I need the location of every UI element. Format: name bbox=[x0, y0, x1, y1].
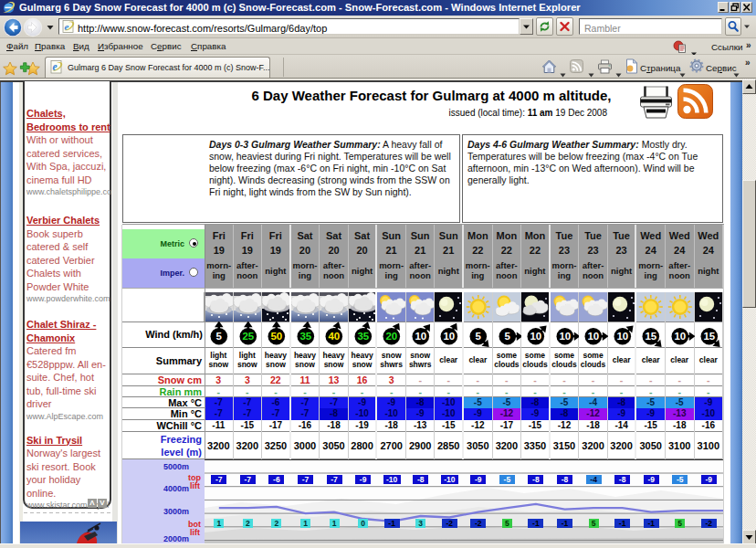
svg-text:5: 5 bbox=[216, 331, 223, 342]
svg-text:10: 10 bbox=[588, 331, 600, 342]
svg-text:40: 40 bbox=[329, 331, 341, 342]
svg-text:5: 5 bbox=[504, 331, 510, 342]
svg-text:10: 10 bbox=[530, 331, 542, 342]
svg-text:35: 35 bbox=[357, 331, 369, 342]
svg-text:10: 10 bbox=[415, 331, 426, 342]
svg-text:5: 5 bbox=[476, 331, 482, 342]
svg-text:10: 10 bbox=[559, 331, 571, 342]
svg-text:15: 15 bbox=[646, 331, 657, 342]
svg-text:10: 10 bbox=[444, 331, 456, 342]
svg-text:50: 50 bbox=[271, 331, 283, 342]
svg-text:25: 25 bbox=[242, 331, 254, 342]
svg-text:10: 10 bbox=[674, 331, 686, 342]
svg-text:10: 10 bbox=[616, 331, 628, 342]
svg-text:15: 15 bbox=[703, 331, 715, 342]
svg-text:20: 20 bbox=[386, 331, 398, 342]
svg-text:35: 35 bbox=[299, 331, 311, 342]
